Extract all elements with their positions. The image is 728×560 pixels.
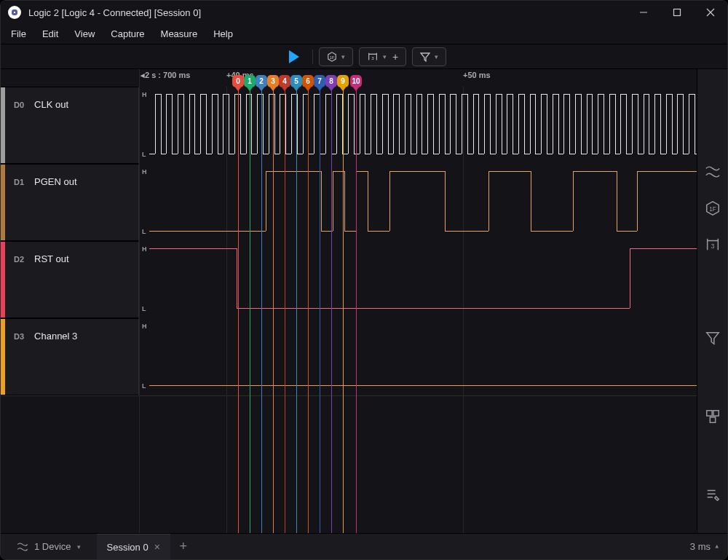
window-frame: Logic 2 [Logic 4 - Connected] [Session 0… bbox=[0, 0, 728, 560]
marker-flag[interactable]: 1 bbox=[244, 75, 256, 87]
track-name: Channel 3 bbox=[34, 331, 77, 342]
session-tab-label: Session 0 bbox=[107, 542, 149, 553]
marker-flag[interactable]: 8 bbox=[325, 75, 337, 87]
track-plot[interactable]: HL bbox=[139, 164, 727, 241]
level-high-label: H bbox=[142, 91, 147, 98]
waveform-view[interactable]: ◂2 s : 700 ms +40 ms+50 ms 012345678910 … bbox=[1, 69, 727, 533]
marker-flag[interactable]: 9 bbox=[337, 75, 349, 87]
chevron-down-icon: ▾ bbox=[341, 53, 345, 60]
level-low-label: L bbox=[142, 382, 146, 390]
svg-rect-9 bbox=[710, 417, 715, 422]
marker-6[interactable]: 6 bbox=[308, 75, 309, 533]
maximize-button[interactable] bbox=[660, 1, 694, 24]
menu-file[interactable]: File bbox=[4, 25, 33, 42]
marker-flag[interactable]: 4 bbox=[279, 75, 290, 87]
grid-line bbox=[139, 69, 140, 533]
waveform bbox=[149, 318, 720, 395]
menubar: File Edit View Capture Measure Help bbox=[1, 24, 727, 44]
filter-dropdown[interactable]: ▾ bbox=[412, 47, 446, 66]
panel-extensions-button[interactable] bbox=[705, 409, 721, 425]
svg-text:1F: 1F bbox=[329, 54, 334, 59]
session-tabs: Session 0 × + bbox=[97, 534, 197, 559]
level-low-label: L bbox=[142, 305, 146, 312]
track-accent bbox=[1, 319, 5, 395]
device-label: 1 Device bbox=[34, 541, 71, 552]
analyzers-dropdown[interactable]: 1F ▾ bbox=[319, 47, 353, 66]
marker-2[interactable]: 2 bbox=[261, 75, 262, 533]
play-button[interactable] bbox=[282, 47, 306, 66]
track-divider bbox=[1, 395, 727, 396]
device-selector[interactable]: 1 Device ▾ bbox=[9, 538, 88, 556]
level-low-label: L bbox=[142, 228, 146, 235]
track-plot[interactable]: HL bbox=[139, 87, 727, 164]
marker-flag[interactable]: 10 bbox=[350, 75, 362, 87]
panel-channels-button[interactable] bbox=[705, 164, 721, 180]
add-tab-button[interactable]: + bbox=[170, 534, 197, 559]
track-label[interactable]: D2RST out bbox=[1, 241, 139, 318]
level-high-label: H bbox=[142, 168, 147, 176]
track-label[interactable]: D1PGEN out bbox=[1, 164, 139, 241]
marker-4[interactable]: 4 bbox=[285, 75, 285, 533]
marker-10[interactable]: 10 bbox=[356, 75, 357, 533]
marker-7[interactable]: 7 bbox=[320, 75, 320, 533]
menu-measure[interactable]: Measure bbox=[154, 25, 205, 42]
marker-0[interactable]: 0 bbox=[238, 75, 239, 533]
marker-1[interactable]: 1 bbox=[250, 75, 250, 533]
toolbar-separator bbox=[312, 50, 313, 64]
panel-analyzers-button[interactable]: 1F bbox=[705, 200, 721, 216]
window-title: Logic 2 [Logic 4 - Connected] [Session 0… bbox=[28, 7, 627, 18]
panel-timing-button[interactable]: 3 bbox=[705, 237, 721, 253]
funnel-icon bbox=[420, 52, 430, 62]
marker-flag[interactable]: 0 bbox=[232, 75, 244, 87]
menu-edit[interactable]: Edit bbox=[35, 25, 66, 42]
svg-text:3: 3 bbox=[711, 243, 714, 250]
track-label[interactable]: D0CLK out bbox=[1, 87, 139, 164]
content: 1F ▾ 3 ▾ + ▾ ◂2 s : 700 ms +40 ms+50 ms … bbox=[1, 44, 727, 533]
play-icon bbox=[289, 50, 299, 63]
time-tick-label: +50 ms bbox=[463, 71, 491, 79]
chevron-down-icon: ▾ bbox=[77, 543, 81, 551]
close-tab-button[interactable]: × bbox=[154, 541, 160, 553]
titlebar[interactable]: Logic 2 [Logic 4 - Connected] [Session 0… bbox=[1, 1, 727, 24]
minimize-button[interactable] bbox=[627, 1, 660, 24]
track-plot[interactable]: HL bbox=[139, 241, 727, 318]
hex-icon: 1F bbox=[327, 52, 337, 62]
marker-flag[interactable]: 7 bbox=[314, 75, 325, 87]
svg-rect-7 bbox=[706, 411, 711, 416]
track-accent bbox=[1, 165, 5, 240]
track-accent bbox=[1, 242, 5, 318]
marker-9[interactable]: 9 bbox=[343, 75, 344, 533]
timing-dropdown[interactable]: 3 ▾ + bbox=[359, 47, 406, 66]
level-low-label: L bbox=[142, 151, 146, 158]
track-name: PGEN out bbox=[34, 176, 77, 187]
menu-view[interactable]: View bbox=[67, 25, 102, 42]
chevron-down-icon: ▾ bbox=[435, 53, 438, 60]
tracks-container: ◂2 s : 700 ms +40 ms+50 ms 012345678910 … bbox=[1, 69, 727, 533]
chevron-down-icon: ▾ bbox=[383, 53, 387, 60]
close-button[interactable] bbox=[694, 1, 727, 24]
ruler-range-label: ◂2 s : 700 ms bbox=[141, 71, 190, 80]
track-plot[interactable]: HL bbox=[139, 318, 727, 395]
marker-8[interactable]: 8 bbox=[331, 75, 332, 533]
track-pgen: D1PGEN outHL bbox=[1, 164, 727, 241]
marker-flag[interactable]: 2 bbox=[256, 75, 267, 87]
waveform bbox=[149, 241, 720, 318]
menu-help[interactable]: Help bbox=[206, 25, 240, 42]
track-ch3: D3Channel 3HL bbox=[1, 318, 727, 395]
timeline-ruler[interactable]: ◂2 s : 700 ms +40 ms+50 ms bbox=[1, 69, 727, 87]
panel-filter-button[interactable] bbox=[705, 330, 721, 346]
marker-5[interactable]: 5 bbox=[296, 75, 297, 533]
marker-flag[interactable]: 5 bbox=[290, 75, 302, 87]
menu-capture[interactable]: Capture bbox=[103, 25, 151, 42]
level-high-label: H bbox=[142, 323, 147, 330]
marker-flag[interactable]: 6 bbox=[302, 75, 314, 87]
track-clk: D0CLK outHL bbox=[1, 87, 727, 164]
level-high-label: H bbox=[142, 245, 147, 253]
chevron-up-icon: ▾ bbox=[715, 543, 719, 551]
session-tab[interactable]: Session 0 × bbox=[97, 534, 170, 559]
track-label[interactable]: D3Channel 3 bbox=[1, 318, 139, 395]
panel-notes-button[interactable] bbox=[705, 487, 721, 503]
marker-flag[interactable]: 3 bbox=[267, 75, 279, 87]
track-rst: D2RST outHL bbox=[1, 241, 727, 318]
marker-3[interactable]: 3 bbox=[273, 75, 274, 533]
